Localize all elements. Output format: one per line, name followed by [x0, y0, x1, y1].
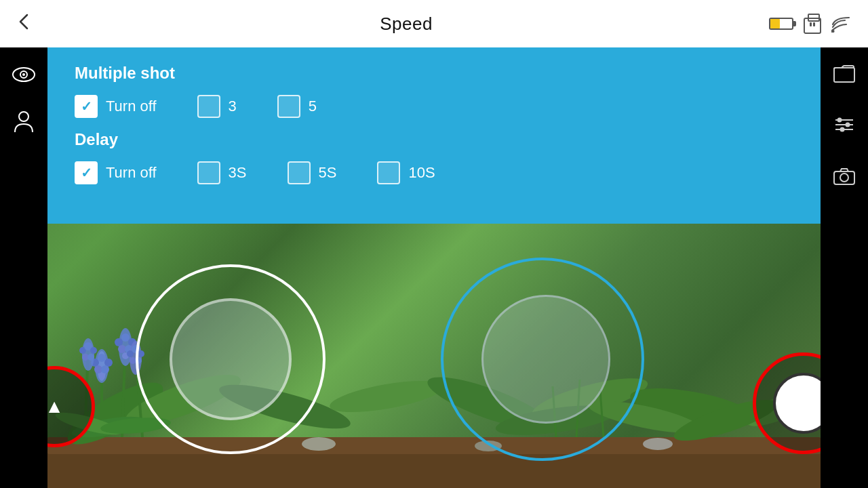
svg-line-29 — [122, 339, 125, 437]
svg-point-21 — [121, 365, 245, 435]
svg-point-4 — [831, 30, 835, 33]
multiple-shot-turn-off[interactable]: Turn off — [75, 95, 157, 118]
svg-point-61 — [100, 415, 172, 436]
svg-point-23 — [328, 375, 446, 419]
svg-point-70 — [643, 438, 673, 450]
svg-point-49 — [132, 345, 140, 353]
svg-point-57 — [82, 354, 89, 361]
play-button[interactable]: ▲ — [47, 366, 95, 447]
back-button[interactable] — [16, 12, 43, 36]
focus-ring-right-inner — [481, 295, 610, 424]
svg-point-42 — [121, 333, 130, 342]
svg-point-37 — [94, 365, 102, 373]
svg-line-30 — [136, 352, 142, 437]
svg-point-26 — [628, 381, 756, 432]
folder-icon[interactable] — [832, 61, 856, 85]
svg-point-51 — [130, 357, 136, 364]
svg-line-66 — [576, 380, 580, 437]
svg-point-45 — [125, 345, 133, 353]
focus-ring-left — [136, 264, 326, 454]
header-icons — [769, 13, 852, 35]
svg-line-65 — [553, 386, 556, 437]
blue-panel: Multiple shot Turn off 3 5 Delay Turn of… — [47, 47, 821, 224]
svg-point-58 — [87, 354, 94, 361]
delay-5s[interactable]: 5S — [288, 161, 337, 184]
svg-point-15 — [840, 127, 845, 132]
focus-ring-right — [441, 258, 644, 461]
multiple-shot-3[interactable]: 3 — [197, 95, 237, 118]
svg-point-41 — [115, 338, 123, 346]
delay-3s[interactable]: 3S — [197, 161, 247, 184]
svg-point-69 — [475, 441, 502, 451]
delay-turn-off[interactable]: Turn off — [75, 161, 157, 184]
svg-point-53 — [82, 338, 94, 371]
svg-rect-19 — [47, 437, 821, 454]
cast-icon — [831, 15, 852, 33]
left-sidebar — [0, 47, 47, 488]
svg-point-43 — [128, 338, 136, 346]
svg-point-63 — [586, 394, 703, 440]
right-sidebar — [821, 47, 868, 488]
svg-point-68 — [302, 437, 336, 451]
shutter-button[interactable] — [753, 352, 821, 454]
svg-point-52 — [135, 357, 142, 364]
svg-point-7 — [22, 73, 25, 76]
delay-3s-checkbox[interactable] — [197, 161, 220, 184]
svg-rect-3 — [813, 22, 815, 26]
svg-rect-9 — [834, 68, 854, 82]
svg-point-46 — [122, 352, 129, 359]
delay-5s-checkbox[interactable] — [288, 161, 311, 184]
svg-point-13 — [837, 118, 842, 123]
multiple-shot-turn-off-checkbox[interactable] — [75, 95, 98, 118]
play-arrow-icon: ▲ — [47, 396, 64, 418]
multiple-shot-5-checkbox[interactable] — [277, 95, 300, 118]
svg-rect-2 — [810, 22, 812, 26]
delay-3s-label: 3S — [229, 164, 247, 182]
svg-point-38 — [101, 365, 109, 373]
delay-turn-off-label: Turn off — [106, 164, 157, 182]
multiple-shot-turn-off-label: Turn off — [106, 98, 157, 115]
delay-options: Turn off 3S 5S 10S — [75, 161, 793, 184]
svg-point-33 — [97, 351, 106, 381]
svg-point-22 — [216, 376, 354, 437]
shutter-inner-circle — [773, 373, 821, 434]
header: Speed — [0, 0, 868, 47]
svg-point-40 — [119, 328, 132, 366]
svg-point-55 — [84, 342, 92, 350]
sliders-icon[interactable] — [832, 113, 856, 137]
svg-point-44 — [118, 345, 126, 353]
svg-point-14 — [846, 123, 850, 127]
svg-point-32 — [95, 349, 108, 383]
svg-point-39 — [98, 373, 105, 380]
svg-point-24 — [422, 367, 554, 439]
svg-point-62 — [494, 400, 618, 441]
multiple-shot-3-checkbox[interactable] — [197, 95, 220, 118]
svg-point-54 — [79, 347, 86, 354]
svg-rect-18 — [47, 447, 821, 488]
multiple-shot-5-label: 5 — [309, 98, 317, 115]
multiple-shot-title: Multiple shot — [75, 64, 793, 83]
svg-point-17 — [840, 174, 848, 182]
delay-10s[interactable]: 10S — [377, 161, 435, 184]
multiple-shot-3-label: 3 — [229, 98, 237, 115]
svg-point-48 — [127, 350, 134, 357]
delay-turn-off-checkbox[interactable] — [75, 161, 98, 184]
svg-point-35 — [98, 354, 106, 362]
svg-point-8 — [19, 112, 28, 121]
focus-ring-left-inner — [170, 298, 292, 420]
camera-icon[interactable] — [832, 164, 856, 188]
svg-point-50 — [138, 350, 144, 357]
sd-card-icon — [803, 13, 822, 35]
multiple-shot-options: Turn off 3 5 — [75, 95, 793, 118]
svg-point-36 — [104, 359, 113, 367]
delay-10s-checkbox[interactable] — [377, 161, 400, 184]
multiple-shot-5[interactable]: 5 — [277, 95, 317, 118]
delay-title: Delay — [75, 130, 793, 149]
svg-point-34 — [91, 359, 99, 367]
svg-point-47 — [130, 341, 142, 375]
battery-icon — [769, 18, 793, 30]
svg-point-25 — [529, 370, 651, 427]
eye-icon[interactable] — [10, 61, 37, 88]
person-icon[interactable] — [10, 108, 37, 136]
delay-10s-label: 10S — [408, 164, 435, 182]
